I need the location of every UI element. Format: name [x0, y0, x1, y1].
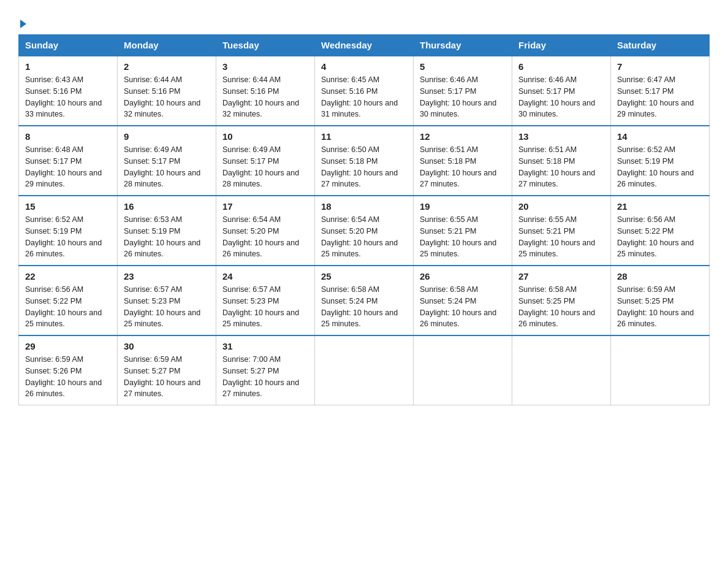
day-info: Sunrise: 6:46 AMSunset: 5:17 PMDaylight:… — [518, 74, 604, 120]
day-info: Sunrise: 7:00 AMSunset: 5:27 PMDaylight:… — [222, 354, 308, 400]
day-number: 27 — [518, 271, 604, 282]
day-info: Sunrise: 6:56 AMSunset: 5:22 PMDaylight:… — [617, 214, 703, 260]
calendar-cell: 27 Sunrise: 6:58 AMSunset: 5:25 PMDaylig… — [512, 266, 611, 335]
calendar-cell: 1 Sunrise: 6:43 AMSunset: 5:16 PMDayligh… — [19, 56, 118, 126]
calendar-cell: 14 Sunrise: 6:52 AMSunset: 5:19 PMDaylig… — [611, 126, 710, 196]
day-info: Sunrise: 6:50 AMSunset: 5:18 PMDaylight:… — [321, 144, 407, 190]
calendar-week-1: 1 Sunrise: 6:43 AMSunset: 5:16 PMDayligh… — [19, 56, 710, 126]
header-cell-friday: Friday — [512, 35, 611, 56]
calendar-cell: 26 Sunrise: 6:58 AMSunset: 5:24 PMDaylig… — [414, 266, 512, 335]
calendar-cell: 15 Sunrise: 6:52 AMSunset: 5:19 PMDaylig… — [19, 196, 118, 266]
day-info: Sunrise: 6:46 AMSunset: 5:17 PMDaylight:… — [420, 74, 506, 120]
header-cell-wednesday: Wednesday — [315, 35, 414, 56]
day-number: 7 — [617, 61, 703, 72]
day-info: Sunrise: 6:58 AMSunset: 5:25 PMDaylight:… — [518, 284, 604, 330]
calendar-cell — [512, 335, 611, 405]
calendar-cell: 12 Sunrise: 6:51 AMSunset: 5:18 PMDaylig… — [414, 126, 512, 196]
header-cell-sunday: Sunday — [19, 35, 118, 56]
day-number: 23 — [124, 271, 210, 282]
calendar-cell: 28 Sunrise: 6:59 AMSunset: 5:25 PMDaylig… — [611, 266, 710, 335]
day-number: 29 — [25, 341, 111, 351]
calendar-cell: 23 Sunrise: 6:57 AMSunset: 5:23 PMDaylig… — [118, 266, 216, 335]
calendar-cell: 16 Sunrise: 6:53 AMSunset: 5:19 PMDaylig… — [118, 196, 216, 266]
day-number: 24 — [222, 271, 308, 282]
calendar-cell: 24 Sunrise: 6:57 AMSunset: 5:23 PMDaylig… — [216, 266, 315, 335]
day-number: 6 — [518, 61, 604, 72]
calendar-cell: 17 Sunrise: 6:54 AMSunset: 5:20 PMDaylig… — [216, 196, 315, 266]
calendar-cell: 8 Sunrise: 6:48 AMSunset: 5:17 PMDayligh… — [19, 126, 118, 196]
day-info: Sunrise: 6:49 AMSunset: 5:17 PMDaylight:… — [124, 144, 210, 190]
calendar-table: SundayMondayTuesdayWednesdayThursdayFrid… — [18, 34, 710, 405]
calendar-cell: 19 Sunrise: 6:55 AMSunset: 5:21 PMDaylig… — [414, 196, 512, 266]
logo — [18, 17, 32, 28]
day-number: 10 — [222, 131, 308, 142]
day-info: Sunrise: 6:44 AMSunset: 5:16 PMDaylight:… — [222, 74, 308, 120]
day-info: Sunrise: 6:59 AMSunset: 5:25 PMDaylight:… — [617, 284, 703, 330]
day-number: 25 — [321, 271, 407, 282]
day-info: Sunrise: 6:55 AMSunset: 5:21 PMDaylight:… — [420, 214, 506, 260]
calendar-week-5: 29 Sunrise: 6:59 AMSunset: 5:26 PMDaylig… — [19, 335, 710, 405]
day-number: 13 — [518, 131, 604, 142]
calendar-body: 1 Sunrise: 6:43 AMSunset: 5:16 PMDayligh… — [19, 56, 710, 405]
day-number: 19 — [420, 201, 506, 212]
header-cell-monday: Monday — [118, 35, 216, 56]
calendar-cell: 25 Sunrise: 6:58 AMSunset: 5:24 PMDaylig… — [315, 266, 414, 335]
calendar-cell: 22 Sunrise: 6:56 AMSunset: 5:22 PMDaylig… — [19, 266, 118, 335]
calendar-cell: 18 Sunrise: 6:54 AMSunset: 5:20 PMDaylig… — [315, 196, 414, 266]
day-info: Sunrise: 6:44 AMSunset: 5:16 PMDaylight:… — [124, 74, 210, 120]
calendar-week-2: 8 Sunrise: 6:48 AMSunset: 5:17 PMDayligh… — [19, 126, 710, 196]
calendar-cell: 3 Sunrise: 6:44 AMSunset: 5:16 PMDayligh… — [216, 56, 315, 126]
day-info: Sunrise: 6:52 AMSunset: 5:19 PMDaylight:… — [617, 144, 703, 190]
day-info: Sunrise: 6:51 AMSunset: 5:18 PMDaylight:… — [518, 144, 604, 190]
day-number: 20 — [518, 201, 604, 212]
header-row: SundayMondayTuesdayWednesdayThursdayFrid… — [19, 35, 710, 56]
calendar-cell: 20 Sunrise: 6:55 AMSunset: 5:21 PMDaylig… — [512, 196, 611, 266]
calendar-cell: 6 Sunrise: 6:46 AMSunset: 5:17 PMDayligh… — [512, 56, 611, 126]
day-number: 17 — [222, 201, 308, 212]
day-number: 5 — [420, 61, 506, 72]
day-info: Sunrise: 6:57 AMSunset: 5:23 PMDaylight:… — [124, 284, 210, 330]
calendar-cell — [611, 335, 710, 405]
calendar-cell: 21 Sunrise: 6:56 AMSunset: 5:22 PMDaylig… — [611, 196, 710, 266]
day-info: Sunrise: 6:49 AMSunset: 5:17 PMDaylight:… — [222, 144, 308, 190]
calendar-cell: 2 Sunrise: 6:44 AMSunset: 5:16 PMDayligh… — [118, 56, 216, 126]
day-info: Sunrise: 6:48 AMSunset: 5:17 PMDaylight:… — [25, 144, 111, 190]
day-number: 11 — [321, 131, 407, 142]
day-info: Sunrise: 6:43 AMSunset: 5:16 PMDaylight:… — [25, 74, 111, 120]
day-info: Sunrise: 6:59 AMSunset: 5:27 PMDaylight:… — [124, 354, 210, 400]
day-number: 26 — [420, 271, 506, 282]
day-info: Sunrise: 6:45 AMSunset: 5:16 PMDaylight:… — [321, 74, 407, 120]
header-cell-saturday: Saturday — [611, 35, 710, 56]
calendar-cell: 7 Sunrise: 6:47 AMSunset: 5:17 PMDayligh… — [611, 56, 710, 126]
header-cell-tuesday: Tuesday — [216, 35, 315, 56]
day-info: Sunrise: 6:53 AMSunset: 5:19 PMDaylight:… — [124, 214, 210, 260]
day-number: 16 — [124, 201, 210, 212]
calendar-cell: 11 Sunrise: 6:50 AMSunset: 5:18 PMDaylig… — [315, 126, 414, 196]
day-number: 21 — [617, 201, 703, 212]
day-number: 3 — [222, 61, 308, 72]
day-info: Sunrise: 6:55 AMSunset: 5:21 PMDaylight:… — [518, 214, 604, 260]
day-info: Sunrise: 6:59 AMSunset: 5:26 PMDaylight:… — [25, 354, 111, 400]
calendar-cell — [315, 335, 414, 405]
calendar-cell: 13 Sunrise: 6:51 AMSunset: 5:18 PMDaylig… — [512, 126, 611, 196]
day-info: Sunrise: 6:54 AMSunset: 5:20 PMDaylight:… — [321, 214, 407, 260]
calendar-cell: 30 Sunrise: 6:59 AMSunset: 5:27 PMDaylig… — [118, 335, 216, 405]
calendar-cell — [414, 335, 512, 405]
day-number: 15 — [25, 201, 111, 212]
day-number: 30 — [124, 341, 210, 351]
day-number: 28 — [617, 271, 703, 282]
day-number: 9 — [124, 131, 210, 142]
day-info: Sunrise: 6:58 AMSunset: 5:24 PMDaylight:… — [321, 284, 407, 330]
day-info: Sunrise: 6:54 AMSunset: 5:20 PMDaylight:… — [222, 214, 308, 260]
calendar-cell: 10 Sunrise: 6:49 AMSunset: 5:17 PMDaylig… — [216, 126, 315, 196]
calendar-week-3: 15 Sunrise: 6:52 AMSunset: 5:19 PMDaylig… — [19, 196, 710, 266]
day-info: Sunrise: 6:56 AMSunset: 5:22 PMDaylight:… — [25, 284, 111, 330]
day-info: Sunrise: 6:51 AMSunset: 5:18 PMDaylight:… — [420, 144, 506, 190]
calendar-cell: 4 Sunrise: 6:45 AMSunset: 5:16 PMDayligh… — [315, 56, 414, 126]
day-info: Sunrise: 6:52 AMSunset: 5:19 PMDaylight:… — [25, 214, 111, 260]
day-info: Sunrise: 6:58 AMSunset: 5:24 PMDaylight:… — [420, 284, 506, 330]
calendar-week-4: 22 Sunrise: 6:56 AMSunset: 5:22 PMDaylig… — [19, 266, 710, 335]
day-number: 1 — [25, 61, 111, 72]
day-number: 22 — [25, 271, 111, 282]
calendar-header: SundayMondayTuesdayWednesdayThursdayFrid… — [19, 35, 710, 56]
